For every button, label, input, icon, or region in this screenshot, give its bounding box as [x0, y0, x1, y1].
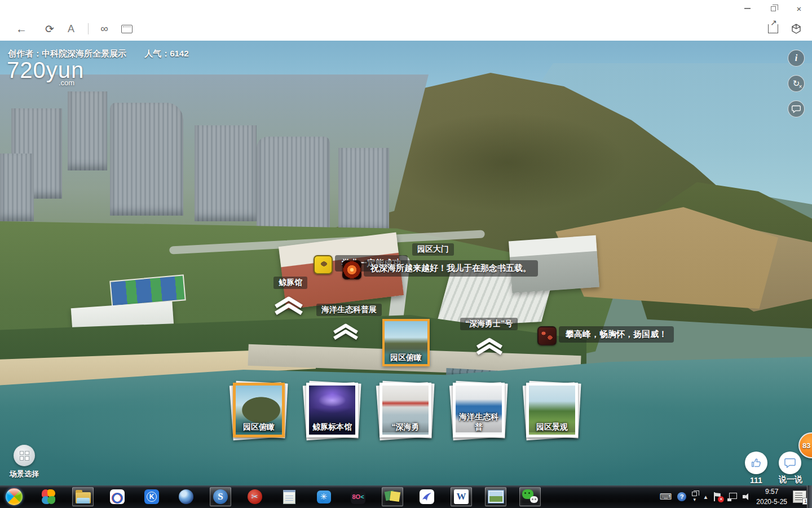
scene-thumb-image: 园区俯瞰 — [236, 386, 282, 435]
site-logo[interactable]: 720yun .com — [7, 59, 84, 86]
like-count: 111 — [745, 476, 767, 485]
restore-icon — [771, 6, 776, 11]
popularity-label: 人气：6142 — [144, 49, 188, 58]
building — [68, 91, 107, 170]
hotspot-label-submersible[interactable]: “深海勇士”号 — [460, 318, 518, 330]
scene-thumb-label: 园区俯瞰 — [236, 422, 282, 432]
k-app-icon: K — [144, 489, 159, 504]
window-frame-icon[interactable] — [121, 25, 133, 33]
back-icon[interactable]: ← — [15, 23, 28, 36]
photo-viewer-icon — [488, 491, 504, 503]
close-button[interactable]: × — [786, 0, 812, 17]
desktop-screen: × ← ⟳ A ∞ — [0, 0, 812, 508]
badge-count: 83 — [802, 441, 810, 450]
scissors-icon: ✂ — [248, 489, 262, 504]
notes-tray-icon[interactable]: 1 — [793, 491, 806, 503]
action-center-flag-icon[interactable]: ✕ — [714, 492, 722, 501]
refresh-icon[interactable]: ⟳ — [43, 23, 56, 36]
minimize-button[interactable] — [734, 0, 760, 17]
chat-asterisk-icon: ✳ — [317, 491, 331, 503]
restore-button[interactable] — [760, 0, 786, 17]
show-hidden-icons[interactable]: ▲ — [703, 494, 708, 500]
taskbar-app-photoviewer[interactable] — [485, 487, 506, 506]
chevron-hotspot-icon[interactable] — [273, 296, 304, 316]
text-size-icon[interactable]: A — [64, 23, 78, 35]
hotspot-label-gate[interactable]: 园区大门 — [412, 243, 454, 256]
netdisk-rings-icon — [110, 489, 125, 504]
scene-thumb-submersible[interactable]: “深海勇 — [379, 383, 431, 437]
scene-thumb-park[interactable]: 园区景观 — [526, 383, 578, 437]
taskbar-app-wechat[interactable] — [519, 487, 541, 506]
taskbar-app-petals[interactable] — [38, 487, 59, 506]
sogou-s-icon: S — [213, 489, 228, 504]
say-something-button[interactable] — [779, 452, 801, 474]
avatar — [342, 260, 361, 279]
help-tray-icon[interactable]: ? — [677, 492, 686, 501]
scene-thumb-image: “深海勇 — [382, 386, 429, 435]
scene-thumb-eco-expo[interactable]: 海洋生态科普 — [453, 383, 505, 437]
taskbar-app-word[interactable]: W — [451, 487, 472, 506]
scene-thumb-whale-museum[interactable]: 鲸豚标本馆 — [306, 383, 358, 437]
comments-button[interactable] — [788, 100, 805, 117]
taskbar-app-thunder[interactable] — [416, 487, 438, 506]
like-button[interactable] — [745, 452, 767, 474]
taskbar: K S ✂ ✳ 8O< W ⌨ ? ▾ ▲ ✕ 9: — [0, 485, 812, 508]
volume-tray-icon[interactable] — [743, 493, 751, 501]
scene-thumb-image: 海洋生态科普 — [456, 386, 502, 435]
windows-orb-icon — [6, 488, 23, 505]
scene-thumb-label: “深海勇 — [382, 422, 429, 432]
panorama-viewport[interactable]: 创作者：中科院深海所全景展示 人气：6142 720yun .com i ↻ 园… — [0, 41, 812, 485]
taskbar-app-notepad[interactable] — [279, 487, 300, 506]
keyboard-tray-icon[interactable]: ⌨ — [660, 492, 672, 502]
petals-app-icon — [41, 489, 56, 504]
scene-thumb-label: 鲸豚标本馆 — [309, 422, 355, 432]
bok-app-icon: 8O< — [351, 489, 365, 504]
taskbar-app-globe[interactable] — [175, 487, 197, 506]
gyro-toggle-button[interactable]: ↻ — [788, 75, 805, 92]
bullet-comment: 攀高峰，畅胸怀，扬国威！ — [537, 326, 674, 345]
taskbar-app-notes[interactable] — [382, 487, 403, 506]
chevron-hotspot-icon[interactable] — [475, 338, 504, 356]
avatar — [537, 326, 557, 345]
taskbar-app-netdisk[interactable] — [107, 487, 128, 506]
network-tray-icon[interactable] — [727, 493, 737, 501]
link-icon[interactable]: ∞ — [98, 23, 111, 35]
wechat-icon — [522, 489, 538, 504]
scene-select-button[interactable]: 场景选择 — [5, 445, 44, 479]
system-tray: ⌨ ? ▾ ▲ ✕ 9:57 2020-5-25 1 — [660, 485, 806, 508]
taskbar-app-bok[interactable]: 8O< — [347, 487, 369, 506]
toolbar-divider — [88, 23, 89, 34]
building — [110, 103, 183, 216]
info-button[interactable]: i — [788, 50, 805, 67]
scene-thumb-overview[interactable]: 园区俯瞰 — [233, 383, 285, 437]
thunder-bird-icon — [420, 489, 434, 504]
globe-icon — [179, 489, 193, 504]
chevron-hotspot-icon[interactable] — [332, 323, 360, 340]
bullet-comment-text: 攀高峰，畅胸怀，扬国威！ — [559, 326, 674, 343]
taskbar-app-chat[interactable]: ✳ — [313, 487, 334, 506]
taskbar-clock[interactable]: 9:57 2020-5-25 — [756, 487, 787, 507]
taskbar-app-explorer[interactable] — [72, 487, 94, 506]
hotspot-label-whale-hall[interactable]: 鲸豚馆 — [273, 277, 307, 289]
speech-bubble-icon — [792, 105, 801, 113]
show-desktop-strip[interactable] — [807, 485, 812, 508]
thumbs-up-icon — [750, 457, 762, 469]
grid-icon — [20, 451, 29, 461]
scene-select-label: 场景选择 — [5, 469, 44, 479]
hotspot-label-eco-expo[interactable]: 海洋生态科普展 — [316, 304, 382, 316]
taskbar-app-sogou[interactable]: S — [210, 487, 231, 506]
taskbar-app-snip[interactable]: ✂ — [244, 487, 266, 506]
language-bar-icon[interactable]: ▾ — [692, 492, 697, 502]
comment-bubble-icon — [784, 457, 796, 468]
scene-thumb-image: 鲸豚标本馆 — [309, 386, 355, 435]
clock-time: 9:57 — [756, 487, 787, 497]
notepad-icon — [283, 490, 295, 504]
start-button[interactable] — [3, 487, 25, 506]
share-icon[interactable] — [768, 24, 778, 33]
minimize-icon — [744, 8, 751, 9]
scene-hotspot-thumbnail[interactable]: 园区俯瞰 — [382, 319, 430, 366]
avatar — [314, 255, 333, 274]
taskbar-app-k[interactable]: K — [141, 487, 162, 506]
scene-thumb-label: 园区景观 — [529, 422, 575, 432]
cube-3d-icon[interactable] — [791, 23, 802, 34]
